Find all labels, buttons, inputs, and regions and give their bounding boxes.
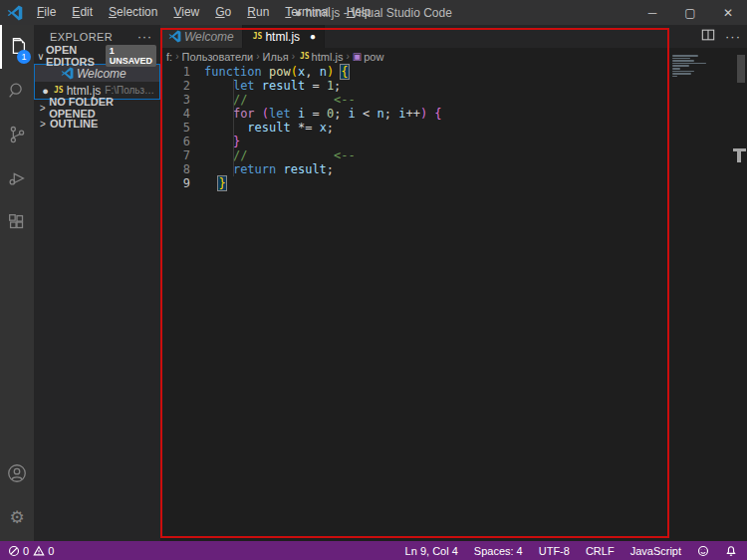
line-number: 5 bbox=[160, 121, 190, 135]
modified-dot-icon[interactable]: ● bbox=[310, 31, 316, 42]
text-cursor bbox=[226, 177, 228, 190]
vscode-file-icon bbox=[168, 30, 181, 43]
unsaved-badge: 1 UNSAVED bbox=[106, 45, 156, 67]
warning-icon bbox=[33, 545, 45, 557]
bell-icon[interactable] bbox=[725, 545, 737, 557]
warnings-status[interactable]: 0 bbox=[33, 545, 54, 557]
code-line[interactable]: 5 result *= x; bbox=[160, 121, 669, 135]
chevron-right-icon: > bbox=[36, 103, 49, 114]
breadcrumb-folder[interactable]: Пользователи bbox=[181, 51, 253, 63]
menu-file[interactable]: File bbox=[29, 0, 64, 25]
language-mode-status[interactable]: JavaScript bbox=[630, 545, 681, 557]
breadcrumb-separator: › bbox=[292, 51, 295, 62]
status-bar: 0 0 Ln 9, Col 4Spaces: 4UTF-8CRLFJavaScr… bbox=[0, 541, 747, 560]
code-line[interactable]: 3 // <-- bbox=[160, 93, 669, 107]
account-icon[interactable] bbox=[0, 451, 34, 495]
indent-guide bbox=[233, 79, 234, 176]
js-file-icon: JS bbox=[300, 52, 310, 61]
vertical-scrollbar[interactable] bbox=[737, 55, 745, 83]
tab-bar: Welcome JS html.js ● ··· bbox=[160, 25, 747, 48]
editor-group: Welcome JS html.js ● ··· f: › Пользовате… bbox=[160, 25, 747, 541]
menu-bar: FileEditSelectionViewGoRunTerminalHelp bbox=[29, 0, 378, 25]
breadcrumb-folder[interactable]: Илья bbox=[263, 51, 289, 63]
vscode-file-icon bbox=[61, 67, 74, 80]
minimap[interactable] bbox=[672, 55, 734, 78]
breadcrumb-drive[interactable]: f: bbox=[166, 51, 172, 63]
line-number: 3 bbox=[160, 93, 190, 107]
sidebar-more-actions[interactable]: ··· bbox=[137, 30, 152, 44]
explorer-icon[interactable]: 1 bbox=[0, 25, 34, 69]
minimap-line bbox=[672, 58, 690, 60]
tab-htmljs[interactable]: JS html.js ● bbox=[243, 25, 325, 48]
menu-selection[interactable]: Selection bbox=[101, 0, 165, 25]
breadcrumbs: f: › Пользователи › Илья › JS html.js › … bbox=[160, 48, 669, 65]
js-file-icon: JS bbox=[253, 32, 263, 41]
no-folder-opened-header[interactable]: > NO FOLDER OPENED bbox=[34, 100, 160, 116]
title-bar: FileEditSelectionViewGoRunTerminalHelp ●… bbox=[0, 0, 747, 25]
run-debug-icon[interactable] bbox=[0, 156, 34, 200]
minimap-line bbox=[672, 63, 706, 65]
split-editor-icon[interactable] bbox=[701, 28, 715, 46]
code-line[interactable]: 8 return result; bbox=[160, 162, 669, 176]
feedback-icon[interactable] bbox=[697, 545, 709, 557]
editor-actions: ··· bbox=[701, 25, 741, 48]
minimap-line bbox=[672, 73, 691, 75]
menu-run[interactable]: Run bbox=[239, 0, 277, 25]
open-editors-header[interactable]: ∨ OPEN EDITORS 1 UNSAVED bbox=[34, 48, 160, 64]
vscode-window: FileEditSelectionViewGoRunTerminalHelp ●… bbox=[0, 0, 747, 560]
sidebar-title: EXPLORER bbox=[50, 31, 113, 43]
explorer-sidebar: EXPLORER ··· ∨ OPEN EDITORS 1 UNSAVED We… bbox=[34, 25, 160, 541]
breadcrumb-separator: › bbox=[175, 51, 178, 62]
menu-go[interactable]: Go bbox=[207, 0, 239, 25]
close-button[interactable]: ✕ bbox=[709, 0, 747, 25]
eol-status[interactable]: CRLF bbox=[586, 545, 615, 557]
minimap-line bbox=[672, 60, 694, 62]
vscode-logo-icon bbox=[7, 5, 23, 21]
minimap-line bbox=[672, 76, 677, 78]
code-line[interactable]: 7 // <-- bbox=[160, 148, 669, 162]
menu-help[interactable]: Help bbox=[339, 0, 379, 25]
minimap-line bbox=[672, 55, 698, 57]
line-number: 7 bbox=[160, 148, 190, 162]
line-number: 9 bbox=[160, 176, 190, 190]
code-line[interactable]: 6 } bbox=[160, 135, 669, 148]
indentation-status[interactable]: Spaces: 4 bbox=[474, 545, 523, 557]
line-number: 1 bbox=[160, 65, 190, 79]
errors-status[interactable]: 0 bbox=[8, 545, 29, 557]
minimap-line bbox=[672, 65, 689, 67]
cursor-position-status[interactable]: Ln 9, Col 4 bbox=[405, 545, 458, 557]
code-line[interactable]: 9 } bbox=[160, 176, 669, 190]
method-symbol-icon: ▣ bbox=[353, 51, 362, 62]
extensions-icon[interactable] bbox=[0, 200, 34, 244]
breadcrumb-separator: › bbox=[346, 51, 349, 62]
code-editor[interactable]: 1function pow(x, n) {2 let result = 1;3 … bbox=[160, 65, 669, 190]
settings-gear-icon[interactable]: ⚙ bbox=[0, 495, 34, 539]
chevron-down-icon: ∨ bbox=[36, 51, 46, 62]
menu-view[interactable]: View bbox=[165, 0, 207, 25]
modified-dot-icon: ● bbox=[39, 85, 52, 97]
code-line[interactable]: 1function pow(x, n) { bbox=[160, 65, 669, 79]
menu-terminal[interactable]: Terminal bbox=[277, 0, 338, 25]
breadcrumb-file[interactable]: JS html.js bbox=[298, 51, 343, 63]
minimize-button[interactable]: ─ bbox=[633, 0, 671, 25]
source-control-icon[interactable] bbox=[0, 113, 34, 156]
search-icon[interactable] bbox=[0, 69, 34, 113]
overview-ruler-cursor bbox=[737, 151, 741, 162]
encoding-status[interactable]: UTF-8 bbox=[539, 545, 570, 557]
open-editors-list: Welcome ● JS html.js F:\Пользов... bbox=[34, 64, 160, 100]
code-line[interactable]: 2 let result = 1; bbox=[160, 79, 669, 93]
breadcrumb-symbol-pow[interactable]: ▣ pow bbox=[353, 51, 384, 63]
error-icon bbox=[8, 545, 20, 557]
more-actions-icon[interactable]: ··· bbox=[725, 29, 741, 44]
code-line[interactable]: 4 for (let i = 0; i < n; i++) { bbox=[160, 107, 669, 121]
line-number: 6 bbox=[160, 135, 190, 148]
breadcrumb-separator: › bbox=[256, 51, 259, 62]
line-number: 4 bbox=[160, 107, 190, 121]
activity-bar: 1 ⚙ bbox=[0, 25, 34, 541]
window-controls: ─ ▢ ✕ bbox=[633, 0, 747, 25]
menu-edit[interactable]: Edit bbox=[64, 0, 101, 25]
maximize-button[interactable]: ▢ bbox=[671, 0, 709, 25]
js-file-icon: JS bbox=[54, 86, 64, 95]
tab-welcome[interactable]: Welcome bbox=[160, 25, 243, 48]
explorer-badge: 1 bbox=[17, 50, 31, 64]
